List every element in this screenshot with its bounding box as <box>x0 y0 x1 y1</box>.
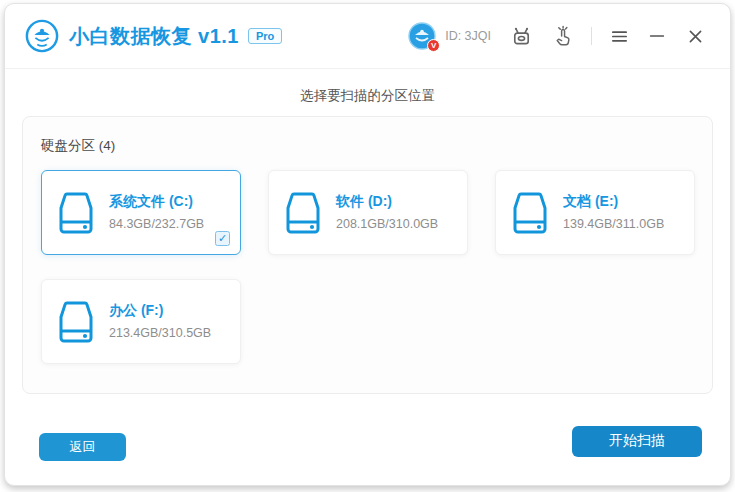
title-bar: 小白数据恢复 v1.1 Pro V ID: 3JQI <box>5 4 730 69</box>
header-separator <box>591 27 592 45</box>
user-id: ID: 3JQI <box>445 29 491 43</box>
remote-help-icon[interactable] <box>509 24 533 48</box>
partition-size: 139.4GB/311.0GB <box>563 217 664 231</box>
app-logo-icon <box>25 19 59 53</box>
partition-name: 软件 (D:) <box>336 193 438 211</box>
user-avatar[interactable]: V <box>408 22 436 50</box>
back-button[interactable]: 返回 <box>39 433 126 461</box>
menu-button[interactable] <box>608 25 630 47</box>
partition-card-e[interactable]: 文档 (E:) 139.4GB/311.0GB <box>495 170 695 255</box>
partition-checkbox[interactable]: ✓ <box>215 231 230 246</box>
touch-pointer-icon[interactable] <box>551 24 575 48</box>
partition-card-c[interactable]: 系统文件 (C:) 84.3GB/232.7GB ✓ <box>41 170 241 255</box>
close-button[interactable] <box>684 25 706 47</box>
pro-badge: Pro <box>248 28 282 44</box>
panel-label: 硬盘分区 (4) <box>41 137 694 155</box>
partition-size: 208.1GB/310.0GB <box>336 217 438 231</box>
hdd-icon <box>56 299 96 345</box>
app-window: 小白数据恢复 v1.1 Pro V ID: 3JQI <box>4 3 731 486</box>
hdd-icon <box>283 190 323 236</box>
vip-badge: V <box>427 39 440 52</box>
partition-name: 办公 (F:) <box>109 302 211 320</box>
minimize-button[interactable] <box>646 25 668 47</box>
page-title: 选择要扫描的分区位置 <box>5 87 730 105</box>
partition-name: 文档 (E:) <box>563 193 664 211</box>
partition-grid: 系统文件 (C:) 84.3GB/232.7GB ✓ 软件 (D:) 208.1… <box>41 170 694 364</box>
partition-name: 系统文件 (C:) <box>109 193 204 211</box>
start-scan-button[interactable]: 开始扫描 <box>572 426 702 457</box>
partitions-panel: 硬盘分区 (4) 系统文件 (C:) 84.3GB/232.7GB ✓ <box>22 116 713 394</box>
hdd-icon <box>56 190 96 236</box>
partition-card-f[interactable]: 办公 (F:) 213.4GB/310.5GB <box>41 279 241 364</box>
partition-card-d[interactable]: 软件 (D:) 208.1GB/310.0GB <box>268 170 468 255</box>
footer-bar: 返回 开始扫描 <box>5 412 730 470</box>
partition-size: 84.3GB/232.7GB <box>109 217 204 231</box>
app-title: 小白数据恢复 v1.1 <box>69 23 239 50</box>
hdd-icon <box>510 190 550 236</box>
partition-size: 213.4GB/310.5GB <box>109 326 211 340</box>
